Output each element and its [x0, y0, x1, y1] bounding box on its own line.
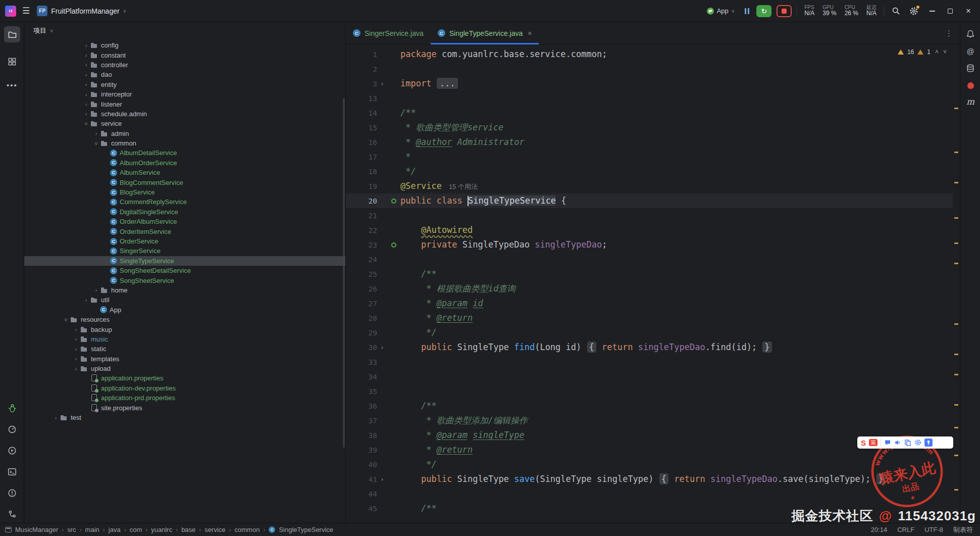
tree-item-BlogService[interactable]: CBlogService: [24, 187, 345, 197]
tree-item-AlbumService[interactable]: CAlbumService: [24, 168, 345, 177]
breadcrumb-item-SingleTypeService[interactable]: SingleTypeService: [279, 526, 333, 533]
fold-arrow-icon[interactable]: ›: [377, 80, 387, 87]
status-widget[interactable]: CRLF: [897, 526, 914, 533]
tree-item-site.properties[interactable]: site.properties: [24, 403, 345, 412]
tree-item-templates[interactable]: ›templates: [24, 354, 345, 364]
next-problem-icon[interactable]: ˅: [943, 48, 947, 56]
close-tab-icon[interactable]: ×: [528, 29, 532, 37]
tree-chevron-icon[interactable]: ›: [72, 356, 80, 362]
language-badge[interactable]: 英: [869, 439, 878, 446]
project-tool-button[interactable]: [4, 26, 20, 42]
version-control-tool-button[interactable]: [4, 506, 20, 522]
pin-icon[interactable]: [924, 438, 933, 447]
status-widget[interactable]: 20:14: [871, 526, 888, 533]
tree-item-application-dev.properties[interactable]: application-dev.properties: [24, 383, 345, 393]
project-panel-header[interactable]: 项目 ˅: [24, 22, 345, 39]
tree-item-backup[interactable]: ›backup: [24, 324, 345, 334]
settings-button[interactable]: [907, 5, 920, 18]
tree-chevron-icon[interactable]: ›: [82, 72, 90, 78]
services-tool-button[interactable]: [4, 443, 20, 459]
close-button[interactable]: ×: [962, 5, 975, 18]
terminal-tool-button[interactable]: [4, 464, 20, 480]
speech-bubble-icon[interactable]: [884, 439, 891, 446]
tree-item-OrderItemService[interactable]: COrderItemService: [24, 226, 345, 236]
breadcrumb-item-service[interactable]: service: [204, 526, 225, 533]
tree-item-SingerService[interactable]: CSingerService: [24, 246, 345, 256]
tree-item-OrderService[interactable]: COrderService: [24, 236, 345, 246]
tree-item-CommentReplyService[interactable]: CCommentReplyService: [24, 197, 345, 207]
tree-chevron-icon[interactable]: ˅: [82, 121, 90, 127]
debug-tool-button[interactable]: [4, 400, 20, 416]
project-panel-scrollbar[interactable]: [343, 98, 345, 448]
breadcrumb-item-main[interactable]: main: [85, 526, 99, 533]
main-menu-icon[interactable]: ☰: [22, 6, 30, 16]
speaker-icon[interactable]: [894, 439, 901, 446]
tree-item-AlbumDetailService[interactable]: CAlbumDetailService: [24, 148, 345, 158]
project-selector[interactable]: FP FruitPlatformManager ˅: [37, 6, 126, 16]
tree-chevron-icon[interactable]: ›: [82, 101, 90, 107]
problems-tool-button[interactable]: [4, 485, 20, 501]
breadcrumb-item-src[interactable]: src: [67, 526, 76, 533]
rerun-button[interactable]: ↻: [756, 5, 771, 17]
tree-item-resources[interactable]: ˅resources: [24, 315, 345, 324]
tree-chevron-icon[interactable]: ›: [92, 287, 100, 293]
maximize-button[interactable]: [944, 5, 957, 18]
tree-chevron-icon[interactable]: ›: [72, 346, 80, 352]
tree-item-entity[interactable]: ›entity: [24, 80, 345, 89]
tree-item-service[interactable]: ˅service: [24, 119, 345, 128]
tree-item-schedule.admin[interactable]: ›schedule.admin: [24, 109, 345, 119]
tree-chevron-icon[interactable]: ›: [82, 81, 90, 87]
fold-arrow-icon[interactable]: ›: [377, 344, 387, 351]
tab-single-type-service[interactable]: C SingleTypeService.java ×: [431, 22, 539, 44]
breadcrumb-item-MusicManager[interactable]: MusicManager: [15, 526, 58, 533]
tree-chevron-icon[interactable]: ›: [82, 52, 90, 58]
tree-item-util[interactable]: ›util: [24, 295, 345, 305]
breadcrumb-item-common[interactable]: common: [235, 526, 260, 533]
tree-item-DigitalSingleService[interactable]: CDigitalSingleService: [24, 207, 345, 217]
tree-item-constant[interactable]: ›constant: [24, 50, 345, 60]
breadcrumb-item-base[interactable]: base: [181, 526, 195, 533]
tree-chevron-icon[interactable]: ›: [72, 336, 80, 342]
run-configuration-selector[interactable]: App ˅: [704, 6, 738, 16]
tree-item-application.properties[interactable]: application.properties: [24, 373, 345, 383]
breadcrumb-item-java[interactable]: java: [109, 526, 121, 533]
tree-item-common[interactable]: ˅common: [24, 138, 345, 148]
tree-item-controller[interactable]: ›controller: [24, 60, 345, 70]
tree-chevron-icon[interactable]: ›: [82, 42, 90, 48]
copy-icon[interactable]: [904, 439, 911, 446]
tree-chevron-icon[interactable]: ›: [82, 297, 90, 303]
status-widget[interactable]: UTF-8: [924, 526, 943, 533]
tree-chevron-icon[interactable]: ›: [82, 111, 90, 117]
database-tool-button[interactable]: [964, 62, 977, 75]
tree-chevron-icon[interactable]: ›: [82, 62, 90, 68]
tree-item-config[interactable]: ›config: [24, 40, 345, 50]
endpoints-tool-button[interactable]: @: [964, 44, 977, 58]
status-widget[interactable]: 制表符: [953, 525, 973, 534]
tree-chevron-icon[interactable]: ›: [52, 415, 60, 421]
prev-problem-icon[interactable]: ˄: [935, 48, 939, 56]
tab-options-icon[interactable]: ⋮: [945, 22, 953, 44]
pause-button[interactable]: [743, 6, 751, 16]
structure-tool-button[interactable]: [4, 54, 20, 70]
tree-item-test[interactable]: ›test: [24, 413, 345, 422]
minimize-button[interactable]: [925, 5, 939, 18]
translator-logo-icon[interactable]: S: [861, 438, 866, 447]
tree-item-upload[interactable]: ›upload: [24, 364, 345, 373]
tree-item-App[interactable]: CApp: [24, 305, 345, 315]
search-everywhere-button[interactable]: [889, 5, 902, 18]
tree-item-dao[interactable]: ›dao: [24, 70, 345, 79]
tree-chevron-icon[interactable]: ›: [82, 91, 90, 98]
tree-item-OrderAlbumService[interactable]: COrderAlbumService: [24, 217, 345, 226]
tree-item-BlogCommentService[interactable]: CBlogCommentService: [24, 177, 345, 187]
tree-item-music[interactable]: ›music: [24, 334, 345, 344]
tree-item-interceptor[interactable]: ›interceptor: [24, 89, 345, 99]
maven-tool-button[interactable]: m: [964, 95, 977, 108]
tree-item-admin[interactable]: ›admin: [24, 129, 345, 138]
breadcrumb-item-com[interactable]: com: [130, 526, 142, 533]
tree-item-static[interactable]: ›static: [24, 344, 345, 354]
tree-item-application-prd.properties[interactable]: application-prd.properties: [24, 393, 345, 403]
spring-bean-gutter-icon[interactable]: [387, 242, 400, 248]
tree-chevron-icon[interactable]: ˅: [62, 317, 70, 323]
tree-chevron-icon[interactable]: ˅: [92, 140, 100, 147]
inspections-widget[interactable]: 16 1 ˄ ˅: [898, 48, 947, 56]
